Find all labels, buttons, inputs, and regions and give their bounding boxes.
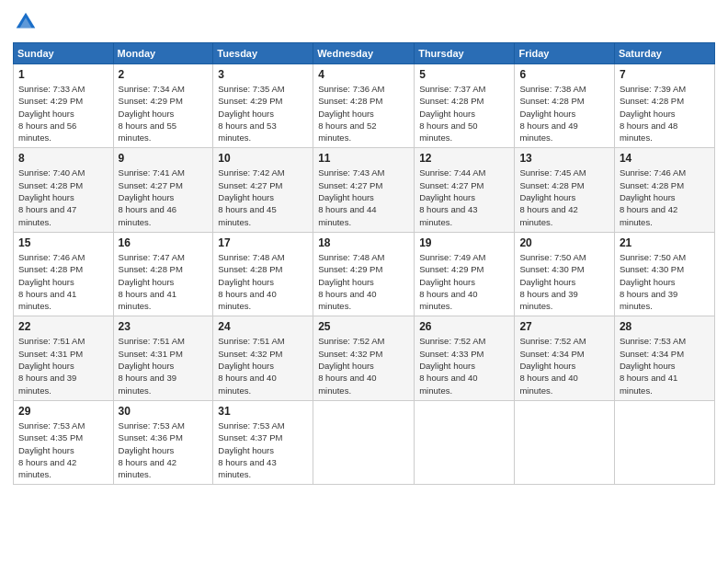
logo xyxy=(13,9,42,35)
calendar-day-cell: 18 Sunrise: 7:48 AMSunset: 4:29 PMDaylig… xyxy=(313,232,415,316)
day-info: Sunrise: 7:46 AMSunset: 4:28 PMDaylight … xyxy=(620,167,686,226)
header xyxy=(13,9,715,35)
day-number: 26 xyxy=(419,320,509,333)
calendar-day-cell: 21 Sunrise: 7:50 AMSunset: 4:30 PMDaylig… xyxy=(614,232,714,316)
day-number: 29 xyxy=(18,405,108,418)
day-info: Sunrise: 7:38 AMSunset: 4:28 PMDaylight … xyxy=(519,84,586,143)
calendar-day-cell: 26 Sunrise: 7:52 AMSunset: 4:33 PMDaylig… xyxy=(415,316,515,400)
calendar-day-cell: 10 Sunrise: 7:42 AMSunset: 4:27 PMDaylig… xyxy=(213,148,313,232)
day-number: 18 xyxy=(318,236,409,249)
day-number: 23 xyxy=(119,320,209,333)
calendar-day-cell: 6 Sunrise: 7:38 AMSunset: 4:28 PMDayligh… xyxy=(515,64,614,148)
calendar-body: 1 Sunrise: 7:33 AMSunset: 4:29 PMDayligh… xyxy=(14,64,715,485)
day-number: 30 xyxy=(119,405,209,418)
weekday-header: Sunday xyxy=(14,43,114,64)
day-number: 27 xyxy=(519,320,609,333)
day-info: Sunrise: 7:37 AMSunset: 4:28 PMDaylight … xyxy=(419,84,485,143)
day-number: 13 xyxy=(519,152,609,165)
calendar-day-cell: 14 Sunrise: 7:46 AMSunset: 4:28 PMDaylig… xyxy=(614,148,714,232)
day-info: Sunrise: 7:34 AMSunset: 4:29 PMDaylight … xyxy=(119,84,185,143)
calendar-day-cell: 27 Sunrise: 7:52 AMSunset: 4:34 PMDaylig… xyxy=(515,316,614,400)
day-number: 25 xyxy=(318,320,409,333)
day-info: Sunrise: 7:51 AMSunset: 4:32 PMDaylight … xyxy=(218,336,284,395)
calendar-day-cell xyxy=(614,400,714,484)
day-info: Sunrise: 7:36 AMSunset: 4:28 PMDaylight … xyxy=(318,84,384,143)
day-info: Sunrise: 7:40 AMSunset: 4:28 PMDaylight … xyxy=(18,167,85,226)
day-number: 4 xyxy=(318,68,409,81)
calendar-week-row: 15 Sunrise: 7:46 AMSunset: 4:28 PMDaylig… xyxy=(14,232,715,316)
day-number: 14 xyxy=(620,152,710,165)
weekday-header: Friday xyxy=(515,43,614,64)
calendar-day-cell: 3 Sunrise: 7:35 AMSunset: 4:29 PMDayligh… xyxy=(213,64,313,148)
calendar-day-cell: 20 Sunrise: 7:50 AMSunset: 4:30 PMDaylig… xyxy=(515,232,614,316)
calendar: SundayMondayTuesdayWednesdayThursdayFrid… xyxy=(13,42,715,485)
day-number: 7 xyxy=(620,68,710,81)
calendar-week-row: 8 Sunrise: 7:40 AMSunset: 4:28 PMDayligh… xyxy=(14,148,715,232)
day-number: 1 xyxy=(18,68,108,81)
day-info: Sunrise: 7:49 AMSunset: 4:29 PMDaylight … xyxy=(419,252,485,311)
logo-icon xyxy=(13,9,39,35)
day-info: Sunrise: 7:50 AMSunset: 4:30 PMDaylight … xyxy=(620,252,686,311)
day-info: Sunrise: 7:53 AMSunset: 4:35 PMDaylight … xyxy=(18,420,85,479)
calendar-day-cell: 15 Sunrise: 7:46 AMSunset: 4:28 PMDaylig… xyxy=(14,232,114,316)
day-number: 20 xyxy=(519,236,609,249)
day-info: Sunrise: 7:52 AMSunset: 4:32 PMDaylight … xyxy=(318,336,384,395)
calendar-day-cell: 30 Sunrise: 7:53 AMSunset: 4:36 PMDaylig… xyxy=(113,400,213,484)
day-number: 19 xyxy=(419,236,509,249)
day-info: Sunrise: 7:50 AMSunset: 4:30 PMDaylight … xyxy=(519,252,586,311)
day-info: Sunrise: 7:42 AMSunset: 4:27 PMDaylight … xyxy=(218,167,284,226)
day-info: Sunrise: 7:46 AMSunset: 4:28 PMDaylight … xyxy=(18,252,85,311)
calendar-day-cell: 7 Sunrise: 7:39 AMSunset: 4:28 PMDayligh… xyxy=(614,64,714,148)
calendar-day-cell: 22 Sunrise: 7:51 AMSunset: 4:31 PMDaylig… xyxy=(14,316,114,400)
calendar-day-cell: 13 Sunrise: 7:45 AMSunset: 4:28 PMDaylig… xyxy=(515,148,614,232)
weekday-header: Tuesday xyxy=(213,43,313,64)
day-number: 31 xyxy=(218,405,308,418)
day-info: Sunrise: 7:52 AMSunset: 4:33 PMDaylight … xyxy=(419,336,485,395)
calendar-week-row: 1 Sunrise: 7:33 AMSunset: 4:29 PMDayligh… xyxy=(14,64,715,148)
calendar-day-cell: 16 Sunrise: 7:47 AMSunset: 4:28 PMDaylig… xyxy=(113,232,213,316)
calendar-day-cell xyxy=(415,400,515,484)
calendar-day-cell: 23 Sunrise: 7:51 AMSunset: 4:31 PMDaylig… xyxy=(113,316,213,400)
calendar-day-cell: 11 Sunrise: 7:43 AMSunset: 4:27 PMDaylig… xyxy=(313,148,415,232)
day-info: Sunrise: 7:47 AMSunset: 4:28 PMDaylight … xyxy=(119,252,185,311)
weekday-row: SundayMondayTuesdayWednesdayThursdayFrid… xyxy=(14,43,715,64)
day-number: 11 xyxy=(318,152,409,165)
calendar-day-cell: 17 Sunrise: 7:48 AMSunset: 4:28 PMDaylig… xyxy=(213,232,313,316)
day-number: 6 xyxy=(519,68,609,81)
day-info: Sunrise: 7:41 AMSunset: 4:27 PMDaylight … xyxy=(119,167,185,226)
day-info: Sunrise: 7:53 AMSunset: 4:34 PMDaylight … xyxy=(620,336,686,395)
day-info: Sunrise: 7:51 AMSunset: 4:31 PMDaylight … xyxy=(119,336,185,395)
calendar-day-cell: 24 Sunrise: 7:51 AMSunset: 4:32 PMDaylig… xyxy=(213,316,313,400)
day-number: 28 xyxy=(620,320,710,333)
day-number: 9 xyxy=(119,152,209,165)
calendar-week-row: 22 Sunrise: 7:51 AMSunset: 4:31 PMDaylig… xyxy=(14,316,715,400)
day-info: Sunrise: 7:51 AMSunset: 4:31 PMDaylight … xyxy=(18,336,85,395)
calendar-day-cell: 29 Sunrise: 7:53 AMSunset: 4:35 PMDaylig… xyxy=(14,400,114,484)
day-number: 17 xyxy=(218,236,308,249)
day-info: Sunrise: 7:33 AMSunset: 4:29 PMDaylight … xyxy=(18,84,85,143)
calendar-day-cell: 8 Sunrise: 7:40 AMSunset: 4:28 PMDayligh… xyxy=(14,148,114,232)
calendar-day-cell xyxy=(313,400,415,484)
day-number: 21 xyxy=(620,236,710,249)
weekday-header: Wednesday xyxy=(313,43,415,64)
day-info: Sunrise: 7:39 AMSunset: 4:28 PMDaylight … xyxy=(620,84,686,143)
day-info: Sunrise: 7:43 AMSunset: 4:27 PMDaylight … xyxy=(318,167,384,226)
day-info: Sunrise: 7:45 AMSunset: 4:28 PMDaylight … xyxy=(519,167,586,226)
calendar-day-cell: 25 Sunrise: 7:52 AMSunset: 4:32 PMDaylig… xyxy=(313,316,415,400)
day-info: Sunrise: 7:48 AMSunset: 4:29 PMDaylight … xyxy=(318,252,384,311)
calendar-day-cell: 31 Sunrise: 7:53 AMSunset: 4:37 PMDaylig… xyxy=(213,400,313,484)
calendar-day-cell xyxy=(515,400,614,484)
day-number: 8 xyxy=(18,152,108,165)
calendar-week-row: 29 Sunrise: 7:53 AMSunset: 4:35 PMDaylig… xyxy=(14,400,715,484)
day-info: Sunrise: 7:48 AMSunset: 4:28 PMDaylight … xyxy=(218,252,284,311)
day-number: 2 xyxy=(119,68,209,81)
calendar-day-cell: 2 Sunrise: 7:34 AMSunset: 4:29 PMDayligh… xyxy=(113,64,213,148)
day-info: Sunrise: 7:53 AMSunset: 4:36 PMDaylight … xyxy=(119,420,185,479)
calendar-day-cell: 19 Sunrise: 7:49 AMSunset: 4:29 PMDaylig… xyxy=(415,232,515,316)
calendar-day-cell: 5 Sunrise: 7:37 AMSunset: 4:28 PMDayligh… xyxy=(415,64,515,148)
day-info: Sunrise: 7:52 AMSunset: 4:34 PMDaylight … xyxy=(519,336,586,395)
day-info: Sunrise: 7:35 AMSunset: 4:29 PMDaylight … xyxy=(218,84,284,143)
weekday-header: Monday xyxy=(113,43,213,64)
calendar-day-cell: 12 Sunrise: 7:44 AMSunset: 4:27 PMDaylig… xyxy=(415,148,515,232)
calendar-day-cell: 1 Sunrise: 7:33 AMSunset: 4:29 PMDayligh… xyxy=(14,64,114,148)
